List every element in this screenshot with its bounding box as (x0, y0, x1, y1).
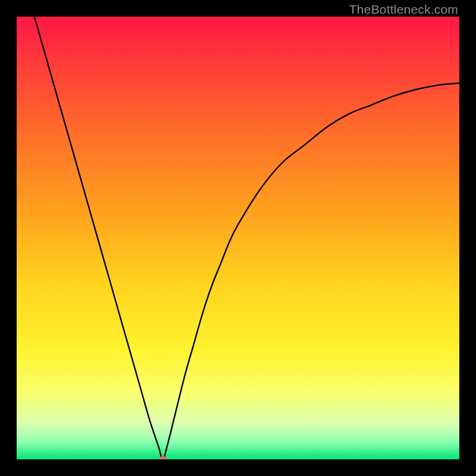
plot-area (17, 17, 459, 459)
watermark-text: TheBottleneck.com (349, 2, 458, 17)
chart-frame: TheBottleneck.com (0, 0, 476, 476)
curve-layer (17, 17, 459, 459)
optimal-point-marker (159, 456, 167, 459)
bottleneck-curve (35, 17, 459, 459)
